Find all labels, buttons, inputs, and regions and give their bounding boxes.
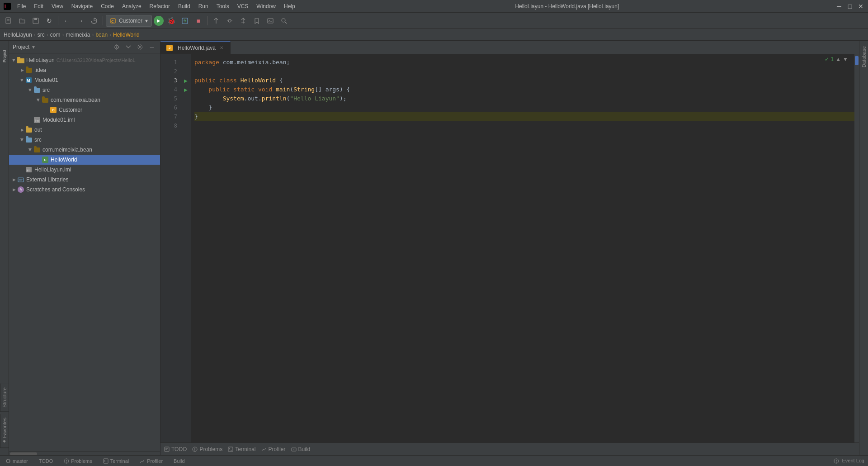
menu-refactor[interactable]: Refactor xyxy=(146,2,174,10)
svg-point-16 xyxy=(282,19,285,22)
tree-item-pkg1[interactable]: ▶ com.meimeixia.bean xyxy=(9,95,160,105)
menu-code[interactable]: Code xyxy=(97,2,118,10)
status-terminal-btn[interactable]: Terminal xyxy=(101,457,131,465)
menu-navigate[interactable]: Navigate xyxy=(68,2,96,10)
tree-item-helloliayuniml[interactable]: ▶ iml HelloLiayun.iml xyxy=(9,165,160,175)
tab-problems[interactable]: Problems xyxy=(192,446,222,452)
menu-run[interactable]: Run xyxy=(195,2,212,10)
menu-file[interactable]: File xyxy=(14,2,29,10)
tab-todo[interactable]: TODO xyxy=(164,446,187,452)
code-editor[interactable]: package com.meimeixia.bean; public class… xyxy=(191,54,854,442)
panel-settings-btn[interactable] xyxy=(136,43,145,52)
menu-view[interactable]: View xyxy=(48,2,67,10)
menu-edit[interactable]: Edit xyxy=(30,2,47,10)
menu-build[interactable]: Build xyxy=(175,2,194,10)
status-build-btn[interactable]: Build xyxy=(172,457,186,465)
event-log-btn[interactable]: Event Log xyxy=(834,458,864,464)
tree-item-root[interactable]: ▶ HelloLiayun C:\Users\32120\IdeaProject… xyxy=(9,55,160,65)
database-tab[interactable]: Database xyxy=(861,46,867,67)
debug-button[interactable]: 🐞 xyxy=(165,15,177,27)
toolbar-back-btn[interactable]: ← xyxy=(61,15,73,27)
run-config-dropdown[interactable]: C Customer ▾ xyxy=(106,15,152,27)
structure-tab[interactable]: Structure xyxy=(0,384,9,412)
toolbar-open-btn[interactable] xyxy=(16,15,28,27)
status-profiler-label: Profiler xyxy=(147,458,163,464)
panel-locate-btn[interactable] xyxy=(112,43,121,52)
window-title: HelloLiayun - HelloWorld.java [HelloLiay… xyxy=(515,3,619,10)
tree-item-ext-libs[interactable]: ▶ External Libraries xyxy=(9,175,160,185)
helloworld-class-icon: C xyxy=(42,156,49,163)
tab-build[interactable]: Build xyxy=(291,446,311,452)
toolbar-save-btn[interactable] xyxy=(30,15,42,27)
tab-close-btn[interactable]: ✕ xyxy=(218,45,225,51)
vcs-update-btn[interactable] xyxy=(210,15,222,27)
toolbar-search-btn[interactable] xyxy=(278,15,290,27)
svg-rect-51 xyxy=(104,459,108,463)
check-icon: ✓ xyxy=(825,56,829,62)
tree-item-customer[interactable]: ▶ C Customer xyxy=(9,105,160,115)
menu-window[interactable]: Window xyxy=(253,2,279,10)
tab-helloworld[interactable]: J HelloWorld.java ✕ xyxy=(160,41,231,54)
status-profiler-btn[interactable]: Profiler xyxy=(138,457,165,465)
tab-terminal[interactable]: Terminal xyxy=(228,446,255,452)
app-icon: I xyxy=(4,3,11,10)
inspect-nav-down[interactable]: ▼ xyxy=(843,56,848,62)
breadcrumb-root[interactable]: HelloLiayun xyxy=(4,32,32,38)
tree-item-out[interactable]: ▶ out xyxy=(9,125,160,135)
favorites-tab[interactable]: ★ Favorites xyxy=(0,414,9,448)
toolbar-new-file-btn[interactable] xyxy=(3,15,14,27)
menu-tools[interactable]: Tools xyxy=(213,2,233,10)
breadcrumb-com[interactable]: com xyxy=(50,32,61,38)
panel-hide-btn[interactable]: ─ xyxy=(147,43,156,52)
coverage-button[interactable] xyxy=(179,15,191,27)
breadcrumb-src[interactable]: src xyxy=(38,32,45,38)
breadcrumb-meimeixia[interactable]: meimeixia xyxy=(66,32,90,38)
menu-help[interactable]: Help xyxy=(280,2,299,10)
status-todo-count[interactable]: TODO xyxy=(37,457,55,465)
run-main-arrow[interactable]: ▶ xyxy=(184,87,188,92)
maximize-button[interactable]: □ xyxy=(846,3,854,10)
tree-item-customer-label: Customer xyxy=(59,107,82,113)
status-left: master TODO Problems Terminal Profiler B… xyxy=(4,457,187,465)
helloliayuniml-icon: iml xyxy=(25,166,33,173)
tree-item-pkg2[interactable]: ▶ com.meimeixia.bean xyxy=(9,145,160,155)
tree-arrow-module01: ▶ xyxy=(19,77,25,83)
vcs-push-btn[interactable] xyxy=(237,15,249,27)
toolbar-recent-btn[interactable] xyxy=(88,15,100,27)
svg-text:M: M xyxy=(27,78,30,83)
panel-scrollbar[interactable] xyxy=(9,452,160,455)
status-right: Event Log xyxy=(834,458,864,464)
minimize-button[interactable]: ─ xyxy=(835,3,843,10)
breadcrumb-bean[interactable]: bean xyxy=(95,32,108,38)
tab-profiler[interactable]: Profiler xyxy=(261,446,286,452)
breadcrumb-helloworld[interactable]: HelloWorld xyxy=(113,32,139,38)
inspect-nav-up[interactable]: ▲ xyxy=(835,56,841,62)
toolbar-forward-btn[interactable]: → xyxy=(75,15,86,27)
close-button[interactable]: ✕ xyxy=(857,3,864,10)
editor-scrollbar[interactable] xyxy=(854,54,859,442)
tree-item-src2[interactable]: ▶ src xyxy=(9,135,160,145)
panel-dropdown-icon[interactable]: ▾ xyxy=(32,44,35,50)
tree-item-idea[interactable]: ▶ .idea xyxy=(9,65,160,75)
status-vcs[interactable]: master xyxy=(4,457,30,465)
tree-item-module01[interactable]: ▶ M Module01 xyxy=(9,75,160,85)
project-tab-icon[interactable]: Project xyxy=(0,43,9,70)
run-button[interactable]: ▶ xyxy=(154,16,164,26)
status-problems-label: Problems xyxy=(71,458,92,464)
menu-analyze[interactable]: Analyze xyxy=(118,2,145,10)
menu-vcs[interactable]: VCS xyxy=(234,2,252,10)
tree-item-src1[interactable]: ▶ src xyxy=(9,85,160,95)
toolbar-bookmark-btn[interactable] xyxy=(251,15,263,27)
status-problems[interactable]: Problems xyxy=(62,457,94,465)
panel-collapse-btn[interactable] xyxy=(124,43,133,52)
tree-item-module01iml[interactable]: ▶ iml Module01.iml xyxy=(9,115,160,125)
vcs-commit-btn[interactable] xyxy=(224,15,236,27)
code-line-1: package com.meimeixia.bean; xyxy=(194,58,854,67)
tree-item-helloworld[interactable]: ▶ C HelloWorld xyxy=(9,155,160,165)
toolbar-sync-btn[interactable]: ↻ xyxy=(43,15,55,27)
tree-item-scratches[interactable]: ▶ ✎ Scratches and Consoles xyxy=(9,185,160,195)
stop-button[interactable]: ■ xyxy=(193,15,204,27)
inspection-widget[interactable]: ✓ 1 ▲ ▼ xyxy=(825,56,848,62)
run-class-arrow[interactable]: ▶ xyxy=(184,78,188,83)
toolbar-terminal-btn[interactable] xyxy=(264,15,276,27)
